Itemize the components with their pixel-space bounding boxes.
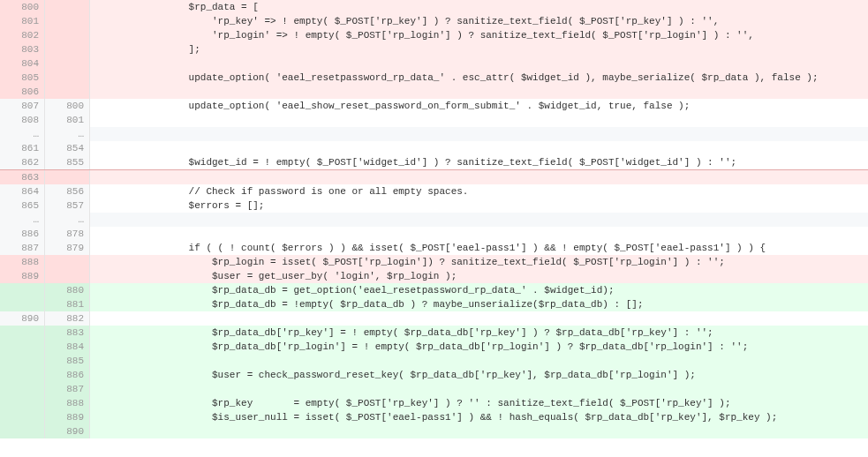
line-number-new: 881 [45, 297, 90, 311]
line-number-old [0, 283, 45, 297]
diff-row: 802 'rp_login' => ! empty( $_POST['rp_lo… [0, 28, 868, 42]
line-number-new: 883 [45, 326, 90, 340]
line-number-old: 807 [0, 99, 45, 113]
line-number-old [0, 424, 45, 438]
line-number-old: 861 [0, 141, 45, 155]
code-line[interactable]: $errors = []; [90, 199, 868, 213]
code-line[interactable]: $rp_data_db = !empty( $rp_data_db ) ? ma… [90, 297, 868, 311]
code-line[interactable] [90, 56, 868, 71]
diff-row: 883 $rp_data_db['rp_key'] = ! empty( $rp… [0, 326, 868, 340]
line-number-old: 803 [0, 42, 45, 56]
line-number-new: 855 [45, 155, 90, 169]
code-line[interactable] [90, 113, 868, 127]
code-line[interactable]: $user = check_password_reset_key( $rp_da… [90, 368, 868, 382]
line-number-new [45, 85, 90, 99]
code-line[interactable]: $user = get_user_by( 'login', $rp_login … [90, 269, 868, 283]
diff-row: …… [0, 127, 868, 141]
diff-row: 807800 update_option( 'eael_show_reset_p… [0, 99, 868, 113]
code-line[interactable]: update_option( 'eael_show_reset_password… [90, 99, 868, 113]
line-number-old: 888 [0, 255, 45, 269]
code-line[interactable] [90, 170, 868, 184]
code-line[interactable]: $rp_data_db = get_option('eael_resetpass… [90, 283, 868, 297]
diff-row: 887 [0, 382, 868, 396]
code-line[interactable]: $rp_data_db['rp_login'] = ! empty( $rp_d… [90, 340, 868, 354]
line-number-new [45, 14, 90, 28]
line-number-new: 880 [45, 283, 90, 297]
code-line[interactable] [90, 311, 868, 326]
code-line[interactable] [90, 424, 868, 438]
line-number-old: 806 [0, 85, 45, 99]
line-number-new: … [45, 127, 90, 141]
line-number-new [45, 255, 90, 269]
diff-row: 801 'rp_key' => ! empty( $_POST['rp_key'… [0, 14, 868, 28]
diff-row: 886 $user = check_password_reset_key( $r… [0, 368, 868, 382]
code-line[interactable] [90, 85, 868, 99]
line-number-old [0, 410, 45, 424]
diff-row: 884 $rp_data_db['rp_login'] = ! empty( $… [0, 340, 868, 354]
line-number-new: 886 [45, 368, 90, 382]
line-number-new: 878 [45, 227, 90, 241]
code-line[interactable]: $rp_key = empty( $_POST['rp_key'] ) ? ''… [90, 396, 868, 410]
line-number-new [45, 28, 90, 42]
line-number-old: … [0, 127, 45, 141]
code-line[interactable] [90, 141, 868, 155]
line-number-old: 802 [0, 28, 45, 42]
diff-row: 889 $user = get_user_by( 'login', $rp_lo… [0, 269, 868, 283]
line-number-old: 800 [0, 0, 45, 14]
line-number-old [0, 368, 45, 382]
diff-row: 861854 [0, 141, 868, 155]
line-number-new: 889 [45, 410, 90, 424]
line-number-old: 808 [0, 113, 45, 127]
line-number-old: 890 [0, 311, 45, 326]
code-line[interactable]: 'rp_key' => ! empty( $_POST['rp_key'] ) … [90, 14, 868, 28]
line-number-new [45, 56, 90, 71]
code-line[interactable]: if ( ( ! count( $errors ) ) && isset( $_… [90, 241, 868, 255]
line-number-new: 856 [45, 184, 90, 199]
line-number-new: 882 [45, 311, 90, 326]
code-line[interactable] [90, 227, 868, 241]
line-number-old: 863 [0, 170, 45, 184]
line-number-new: 885 [45, 354, 90, 368]
line-number-new [45, 269, 90, 283]
line-number-old [0, 340, 45, 354]
diff-row: 864856 // Check if password is one or al… [0, 184, 868, 199]
diff-row: 885 [0, 354, 868, 368]
code-line[interactable]: // Check if password is one or all empty… [90, 184, 868, 199]
line-number-new: 879 [45, 241, 90, 255]
code-line[interactable]: 'rp_login' => ! empty( $_POST['rp_login'… [90, 28, 868, 42]
diff-row: 803 ]; [0, 42, 868, 56]
line-number-old: 886 [0, 227, 45, 241]
code-line[interactable] [90, 213, 868, 227]
line-number-old: 889 [0, 269, 45, 283]
code-line[interactable]: ]; [90, 42, 868, 56]
line-number-new: 801 [45, 113, 90, 127]
code-line[interactable] [90, 354, 868, 368]
line-number-old: 864 [0, 184, 45, 199]
diff-row: 888 $rp_login = isset( $_POST['rp_login'… [0, 255, 868, 269]
code-line[interactable] [90, 127, 868, 141]
code-line[interactable] [90, 382, 868, 396]
code-line[interactable]: $rp_data = [ [90, 0, 868, 14]
line-number-new [45, 42, 90, 56]
diff-row: 804 [0, 56, 868, 71]
line-number-new: 884 [45, 340, 90, 354]
code-line[interactable]: $rp_login = isset( $_POST['rp_login']) ?… [90, 255, 868, 269]
code-line[interactable]: $rp_data_db['rp_key'] = ! empty( $rp_dat… [90, 326, 868, 340]
line-number-old: 887 [0, 241, 45, 255]
line-number-new [45, 71, 90, 85]
line-number-new: 800 [45, 99, 90, 113]
diff-row: 886878 [0, 227, 868, 241]
code-line[interactable]: $widget_id = ! empty( $_POST['widget_id'… [90, 155, 868, 169]
diff-row: 890882 [0, 311, 868, 326]
line-number-old: 801 [0, 14, 45, 28]
line-number-old: 805 [0, 71, 45, 85]
line-number-new: … [45, 213, 90, 227]
line-number-old: … [0, 213, 45, 227]
diff-row: 806 [0, 85, 868, 99]
line-number-old [0, 382, 45, 396]
code-line[interactable]: update_option( 'eael_resetpassword_rp_da… [90, 71, 868, 85]
line-number-old: 862 [0, 155, 45, 169]
code-line[interactable]: $is_user_null = isset( $_POST['eael-pass… [90, 410, 868, 424]
line-number-old [0, 354, 45, 368]
diff-row: 800 $rp_data = [ [0, 0, 868, 14]
